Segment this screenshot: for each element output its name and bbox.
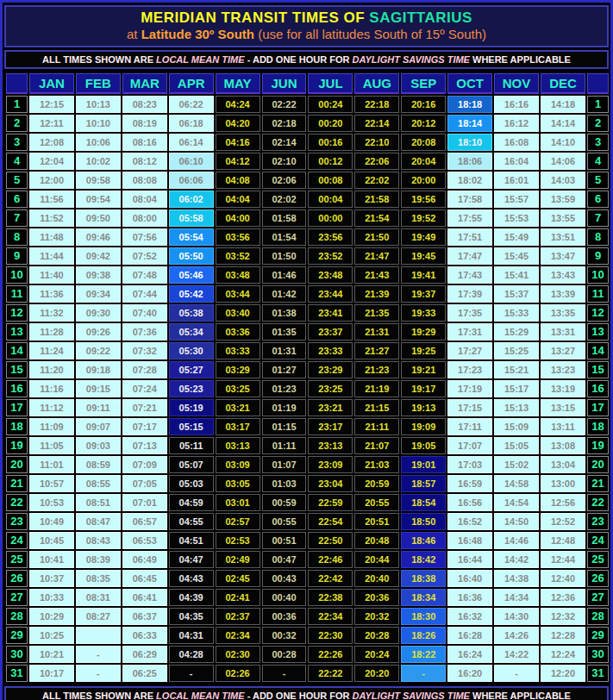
time-cell: 16:24 [447, 646, 492, 663]
time-cell: 15:57 [494, 191, 539, 208]
time-cell: 10:21 [29, 646, 74, 663]
time-cell: 13:19 [541, 380, 585, 397]
day-number-left: 13 [6, 323, 28, 341]
table-body: 112:1510:1308:2306:2204:2402:2200:2422:1… [6, 96, 609, 682]
time-cell: - [76, 646, 121, 663]
time-cell: 15:49 [494, 228, 539, 246]
time-cell: 17:27 [447, 342, 492, 359]
time-cell: 14:46 [494, 532, 539, 549]
day-number-left: 15 [6, 361, 28, 378]
time-cell: 11:01 [29, 456, 74, 473]
time-cell: 01:31 [262, 342, 307, 359]
time-cell: 06:37 [122, 608, 167, 625]
time-cell: 21:50 [354, 228, 399, 246]
table-row: 911:4409:4207:5205:5003:5201:5023:5221:4… [6, 247, 609, 265]
time-cell: 11:16 [29, 380, 74, 397]
time-cell: 13:51 [541, 228, 585, 246]
table-row: 3110:17-06:25-02:26-22:2220:20-16:20-12:… [6, 665, 609, 682]
day-number-left: 27 [6, 589, 28, 606]
time-cell: 07:48 [122, 266, 167, 284]
time-cell: 04:20 [216, 115, 260, 132]
time-cell: 08:51 [76, 494, 121, 511]
table-row: 2710:3308:3106:4104:3902:4100:4022:3820:… [6, 589, 609, 606]
time-cell: 14:50 [494, 513, 539, 530]
day-number-right: 21 [587, 475, 609, 492]
day-number-right: 3 [587, 134, 609, 151]
time-cell: 08:00 [122, 209, 167, 227]
subtitle-latitude: Latitude 30º South [141, 27, 254, 41]
table-row: 1311:2809:2607:3605:3403:3601:3523:3721:… [6, 323, 609, 341]
time-cell: 00:16 [308, 134, 353, 151]
time-cell: 09:50 [76, 209, 121, 227]
notice-text: ALL TIMES SHOWN ARE [42, 54, 156, 65]
time-cell: 20:55 [354, 494, 399, 511]
time-cell: 04:55 [169, 513, 214, 530]
time-cell: 17:19 [447, 380, 492, 397]
time-cell: 01:11 [262, 437, 307, 454]
time-cell: 13:43 [541, 266, 585, 284]
time-cell: 02:57 [216, 513, 260, 530]
time-cell: 00:28 [262, 646, 307, 663]
time-cell: 07:32 [122, 342, 167, 359]
time-cell: 11:28 [29, 323, 74, 341]
table-row: 2410:4508:4306:5304:5102:5300:5122:5020:… [6, 532, 609, 549]
table-row: 312:0810:0608:1606:1404:1602:1400:1622:1… [6, 134, 609, 151]
time-cell: 04:16 [216, 134, 260, 151]
month-header-jun: JUN [262, 73, 307, 94]
transit-table: JANFEBMARAPRMAYJUNJULAUGSEPOCTNOVDEC 112… [4, 72, 610, 684]
time-cell: 11:52 [29, 209, 74, 227]
time-cell: 23:29 [308, 361, 353, 378]
time-cell: 02:02 [262, 191, 307, 208]
time-cell: 04:04 [216, 191, 260, 208]
subtitle-suffix: (use for all latitudes South of 15º Sout… [254, 27, 486, 41]
month-header-apr: APR [169, 73, 214, 94]
time-cell: 07:09 [122, 456, 167, 473]
time-cell: 18:06 [447, 153, 492, 170]
time-cell: 06:02 [169, 191, 214, 208]
time-cell: 03:36 [216, 323, 260, 341]
header-corner-left [6, 73, 28, 94]
time-cell: 08:59 [76, 456, 121, 473]
time-cell: 21:07 [354, 437, 399, 454]
time-cell: 15:17 [494, 380, 539, 397]
time-cell: 05:11 [169, 437, 214, 454]
time-cell: 21:03 [354, 456, 399, 473]
day-number-right: 2 [587, 115, 609, 132]
time-cell: 18:57 [401, 475, 446, 492]
time-cell: 22:38 [308, 589, 353, 606]
time-cell: 17:15 [447, 399, 492, 416]
time-cell: 19:45 [401, 247, 446, 265]
time-cell: 13:47 [541, 247, 585, 265]
time-cell: 11:20 [29, 361, 74, 378]
time-cell: 13:15 [541, 399, 585, 416]
day-number-right: 9 [587, 247, 609, 265]
time-cell: 13:31 [541, 323, 585, 341]
time-cell: 21:47 [354, 247, 399, 265]
time-cell: 06:53 [122, 532, 167, 549]
time-cell: 22:26 [308, 646, 353, 663]
time-cell: 04:24 [216, 96, 260, 113]
time-cell: 07:21 [122, 399, 167, 416]
time-cell: 09:18 [76, 361, 121, 378]
time-cell: 08:31 [76, 589, 121, 606]
time-cell: 22:42 [308, 570, 353, 587]
time-cell: 00:00 [308, 209, 353, 227]
day-number-right: 1 [587, 96, 609, 113]
day-number-right: 22 [587, 494, 609, 511]
time-cell: 16:20 [447, 665, 492, 682]
time-cell: 04:00 [216, 209, 260, 227]
time-cell: 07:44 [122, 285, 167, 303]
time-cell: 18:38 [401, 570, 446, 587]
time-cell: 12:32 [541, 608, 585, 625]
time-cell: 03:05 [216, 475, 260, 492]
day-number-right: 4 [587, 153, 609, 170]
time-cell: 13:04 [541, 456, 585, 473]
month-header-nov: NOV [494, 73, 539, 94]
time-cell: 01:42 [262, 285, 307, 303]
table-row: 1511:2009:1807:2805:2703:2901:2723:2921:… [6, 361, 609, 378]
time-cell: 10:17 [29, 665, 74, 682]
notice-text: WHERE APPLICABLE [470, 691, 571, 700]
time-cell: 03:21 [216, 399, 260, 416]
time-cell: 00:32 [262, 627, 307, 644]
notice-bar-bottom: ALL TIMES SHOWN ARE LOCAL MEAN TIME - AD… [4, 686, 609, 700]
